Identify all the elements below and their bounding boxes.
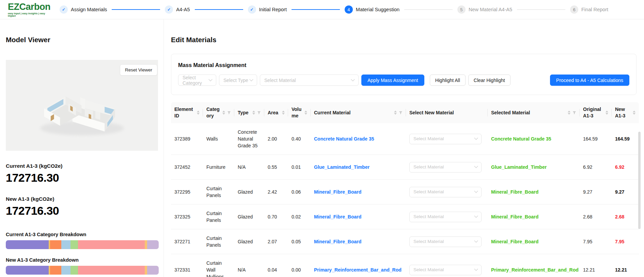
cell-select-new-material: Select Material xyxy=(406,254,488,277)
edit-materials-title: Edit Materials xyxy=(171,35,644,45)
brand-tagline: easy input | easy insights | easy impact xyxy=(8,12,48,17)
cell-current-material: Concrete Natural Grade 35 xyxy=(311,123,406,154)
row-material-select[interactable]: Select Material xyxy=(409,212,482,222)
breakdown-segment xyxy=(70,240,78,249)
column-header-type[interactable]: Type xyxy=(234,102,264,123)
row-material-select[interactable]: Select Material xyxy=(409,237,482,247)
clear-highlight-button[interactable]: Clear Highlight xyxy=(468,75,511,86)
step-label: Assign Materials xyxy=(71,7,107,12)
model-viewer-box[interactable]: Reset Viewer xyxy=(6,60,158,151)
column-header-vol[interactable]: Volume xyxy=(288,102,311,123)
step-a4-a5[interactable]: ✓A4-A5 xyxy=(165,5,190,14)
column-label: New A1-3 xyxy=(615,106,631,119)
table-row: 372325Curtain PanelsGlazed0.700.02Minera… xyxy=(171,205,639,229)
filter-icon[interactable] xyxy=(572,111,576,115)
cell-select-new-material: Select Material xyxy=(406,180,488,204)
chevron-down-icon xyxy=(351,77,355,81)
reset-viewer-button[interactable]: Reset Viewer xyxy=(120,64,157,76)
column-label: Current Material xyxy=(314,110,350,116)
column-header-orig[interactable]: Original A1-3 xyxy=(580,102,612,123)
current-material-link[interactable]: Mineral_Fibre_Board xyxy=(314,213,361,220)
cell-selected-material: Mineral_Fibre_Board xyxy=(488,229,580,254)
step-initial-report[interactable]: ✓Initial Report xyxy=(248,5,287,14)
apply-mass-assignment-button[interactable]: Apply Mass Assignment xyxy=(361,75,424,86)
step-check-icon: ✓ xyxy=(248,5,256,14)
filter-icon[interactable] xyxy=(227,111,231,115)
current-material-link[interactable]: Concrete Natural Grade 35 xyxy=(314,135,374,142)
cell-element-id: 372331 xyxy=(171,254,203,277)
sort-icon[interactable] xyxy=(633,111,635,115)
sort-icon[interactable] xyxy=(304,111,307,115)
column-header-new[interactable]: New A1-3 xyxy=(612,102,639,123)
breakdown-segment xyxy=(50,240,62,249)
select-type-placeholder: Select Type xyxy=(223,78,248,83)
column-label: Selected Material xyxy=(491,110,530,116)
proceed-to-a4-a5-button[interactable]: Proceed to A4 - A5 Calculations xyxy=(550,75,629,86)
cell-area: 2.07 xyxy=(264,229,288,254)
column-header-eid[interactable]: Element ID xyxy=(171,102,203,123)
step-number: 6 xyxy=(570,5,578,14)
column-header-area[interactable]: Area xyxy=(264,102,288,123)
selected-material-text: Mineral_Fibre_Board xyxy=(491,238,538,245)
cell-volume: 0.01 xyxy=(288,155,311,179)
sort-icon[interactable] xyxy=(222,111,225,115)
cell-volume: 0.05 xyxy=(288,229,311,254)
row-select-placeholder: Select Material xyxy=(413,164,444,170)
sort-icon[interactable] xyxy=(394,111,397,115)
sort-icon[interactable] xyxy=(252,111,255,115)
cell-original-a13: 9.27 xyxy=(580,180,612,204)
cell-select-new-material: Select Material xyxy=(406,155,488,179)
step-assign-materials[interactable]: ✓Assign Materials xyxy=(60,5,107,14)
cell-category: Curtain Panels xyxy=(203,180,234,204)
cell-type: N/A xyxy=(234,254,264,277)
step-material-suggestion[interactable]: 4Material Suggestion xyxy=(345,5,399,14)
table-row: 372331Curtain Wall MullionsN/A0.040.00Pr… xyxy=(171,254,639,277)
table-header: Element IDCategoryTypeAreaVolumeCurrent … xyxy=(171,102,639,123)
new-a13-value: 9.27 xyxy=(615,189,624,195)
sort-icon[interactable] xyxy=(282,111,285,115)
cell-type: Concrete Natural Grade 35 xyxy=(234,123,264,154)
cell-area: 0.70 xyxy=(264,205,288,229)
cell-current-material: Mineral_Fibre_Board xyxy=(311,229,406,254)
row-material-select[interactable]: Select Material xyxy=(409,134,482,144)
column-header-seld[interactable]: Selected Material xyxy=(488,102,580,123)
stepper: ✓Assign Materials✓A4-A5✓Initial Report4M… xyxy=(60,5,644,14)
filter-icon[interactable] xyxy=(257,111,261,115)
select-material-dropdown[interactable]: Select Material xyxy=(260,75,359,86)
cell-element-id: 372389 xyxy=(171,123,203,154)
sort-icon[interactable] xyxy=(197,111,200,115)
current-material-link[interactable]: Mineral_Fibre_Board xyxy=(314,189,361,195)
chevron-down-icon xyxy=(474,239,478,243)
current-material-link[interactable]: Glue_Laminated_Timber xyxy=(314,164,370,170)
cell-area: 0.55 xyxy=(264,155,288,179)
cell-new-a13: 9.27 xyxy=(612,180,639,204)
breakdown-segment xyxy=(61,240,70,249)
sort-icon[interactable] xyxy=(568,111,570,115)
cell-new-a13: 2.68 xyxy=(612,205,639,229)
select-category-dropdown[interactable]: Select Category xyxy=(178,75,216,86)
column-header-cur[interactable]: Current Material xyxy=(311,102,406,123)
select-type-dropdown[interactable]: Select Type xyxy=(219,75,257,86)
cell-selected-material: Concrete Natural Grade 35 xyxy=(488,123,580,154)
select-material-placeholder: Select Material xyxy=(264,78,296,83)
row-material-select[interactable]: Select Material xyxy=(409,187,482,197)
row-material-select[interactable]: Select Material xyxy=(409,265,482,275)
current-material-link[interactable]: Mineral_Fibre_Board xyxy=(314,238,361,245)
highlight-all-button[interactable]: Highlight All xyxy=(430,75,466,86)
filter-icon[interactable] xyxy=(399,111,403,115)
cell-category: Furniture xyxy=(203,155,234,179)
step-connector xyxy=(195,9,243,10)
column-label: Type xyxy=(238,110,249,116)
sort-icon[interactable] xyxy=(606,111,608,115)
table-scrollbar[interactable] xyxy=(638,132,641,229)
cell-current-material: Glue_Laminated_Timber xyxy=(311,155,406,179)
step-number: 4 xyxy=(345,5,353,14)
column-header-cat[interactable]: Category xyxy=(203,102,234,123)
step-number: 5 xyxy=(457,5,466,14)
new-a13-value: 12.21 xyxy=(615,266,627,273)
breakdown-segment xyxy=(6,240,49,249)
mass-assignment-controls: Select Category Select Type Select Mater… xyxy=(178,75,629,86)
current-material-link[interactable]: Primary_Reinforcement_Bar_and_Rod xyxy=(314,266,402,273)
row-material-select[interactable]: Select Material xyxy=(409,162,482,173)
selected-material-text: Concrete Natural Grade 35 xyxy=(491,135,551,142)
